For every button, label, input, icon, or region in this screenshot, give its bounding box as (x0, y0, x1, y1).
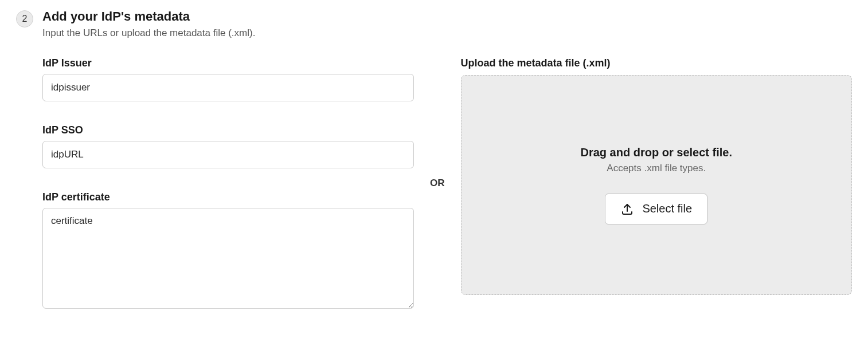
step-number-badge: 2 (16, 10, 33, 27)
idp-certificate-label: IdP certificate (42, 191, 414, 203)
idp-sso-label: IdP SSO (42, 124, 414, 136)
idp-certificate-group: IdP certificate (42, 191, 414, 309)
dropzone-hint: Accepts .xml file types. (607, 163, 706, 174)
upload-label: Upload the metadata file (.xml) (461, 57, 853, 69)
file-dropzone[interactable]: Drag and drop or select file. Accepts .x… (461, 75, 853, 295)
upload-column: Upload the metadata file (.xml) Drag and… (461, 57, 853, 295)
idp-sso-group: IdP SSO (42, 124, 414, 168)
idp-certificate-textarea[interactable] (42, 208, 414, 309)
select-file-button-label: Select file (642, 202, 692, 215)
step-container: 2 Add your IdP's metadata Input the URLs… (16, 9, 852, 309)
dropzone-title: Drag and drop or select file. (580, 146, 732, 159)
idp-issuer-label: IdP Issuer (42, 57, 414, 69)
upload-icon (620, 202, 634, 216)
step-subtitle: Input the URLs or upload the metadata fi… (42, 27, 852, 39)
step-body: Add your IdP's metadata Input the URLs o… (42, 9, 852, 309)
step-title: Add your IdP's metadata (42, 9, 852, 24)
or-separator: OR (430, 178, 445, 189)
idp-issuer-group: IdP Issuer (42, 57, 414, 101)
form-column: IdP Issuer IdP SSO IdP certificate (42, 57, 414, 309)
content-row: IdP Issuer IdP SSO IdP certificate OR Up… (42, 57, 852, 309)
select-file-button[interactable]: Select file (605, 194, 707, 224)
idp-sso-input[interactable] (42, 141, 414, 168)
idp-issuer-input[interactable] (42, 74, 414, 101)
